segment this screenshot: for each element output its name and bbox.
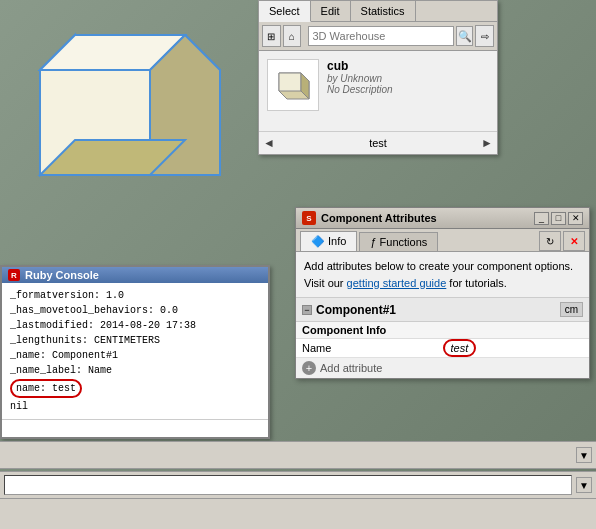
refresh-btn[interactable]: ↻ (539, 231, 561, 251)
attr-panel-title: Component Attributes (321, 212, 437, 224)
attr-cancel-btn[interactable]: ✕ (563, 231, 585, 251)
house-btn[interactable]: ⌂ (283, 25, 302, 47)
scroll-down-btn[interactable]: ▼ (576, 447, 592, 463)
ruby-line-2: _has_movetool_behaviors: 0.0 (10, 303, 260, 318)
attr-panel: S Component Attributes _ □ ✕ 🔷 Info ƒ Fu… (295, 207, 590, 379)
ruby-line-7: name: test (10, 378, 260, 399)
search-input[interactable] (308, 26, 454, 46)
tab-edit[interactable]: Edit (311, 1, 351, 21)
minimize-btn[interactable]: _ (534, 212, 549, 225)
nav-prev-btn[interactable]: ◄ (263, 136, 275, 150)
ruby-console-title: R Ruby Console (2, 267, 268, 283)
components-panel: Select Edit Statistics ⊞ ⌂ 🔍 ⇨ cub by Un… (258, 0, 498, 155)
download-btn[interactable]: ⇨ (475, 25, 494, 47)
attr-section-header: − Component#1 cm (296, 298, 589, 321)
ruby-console-content: _formatversion: 1.0 _has_movetool_behavi… (2, 283, 268, 419)
attr-subsection: Component Info (296, 322, 589, 339)
attr-section: − Component#1 cm (296, 298, 589, 322)
bottom-input-row: ▼ (0, 471, 596, 499)
ruby-icon: R (8, 269, 20, 281)
maximize-btn[interactable]: □ (551, 212, 566, 225)
nav-label: test (275, 137, 481, 149)
component-thumbnail (267, 59, 319, 111)
ruby-line-8: nil (10, 399, 260, 414)
ruby-console-label: Ruby Console (25, 269, 99, 281)
expand-icon[interactable]: − (302, 305, 312, 315)
component-desc: No Description (327, 84, 489, 95)
attr-description: Add attributes below to create your comp… (296, 252, 589, 298)
component-name: cub (327, 59, 489, 73)
attr-desc-suffix: for tutorials. (449, 277, 506, 289)
ruby-line-4: _lengthunits: CENTIMETERS (10, 333, 260, 348)
attr-tab-info-label: Info (328, 235, 346, 247)
info-icon: 🔷 (311, 235, 325, 247)
svg-marker-8 (279, 73, 301, 91)
attr-tab-info[interactable]: 🔷 Info (300, 231, 357, 251)
attr-name: Name (302, 342, 443, 354)
attr-add: + Add attribute (296, 358, 589, 378)
ruby-console: R Ruby Console _formatversion: 1.0 _has_… (0, 265, 270, 439)
attr-title-left: S Component Attributes (302, 211, 437, 225)
attr-tab-actions: ↻ ✕ (539, 231, 585, 251)
bottom-scroll-btn[interactable]: ▼ (576, 477, 592, 493)
section-unit: cm (560, 302, 583, 317)
attr-row: Name test (296, 339, 589, 358)
component-item[interactable]: cub by Unknown No Description (264, 56, 492, 114)
component-info: cub by Unknown No Description (327, 59, 489, 95)
ruby-line-6: _name_label: Name (10, 363, 260, 378)
component-by: by Unknown (327, 73, 489, 84)
func-icon: ƒ (370, 236, 376, 248)
ruby-input-area[interactable] (2, 419, 268, 437)
attr-title-bar: S Component Attributes _ □ ✕ (296, 208, 589, 229)
attr-tab-functions[interactable]: ƒ Functions (359, 232, 438, 251)
ruby-highlighted-line: name: test (10, 379, 82, 398)
cube-container (20, 20, 240, 205)
section-title: Component#1 (316, 303, 396, 317)
attr-tab-func-label: Functions (380, 236, 428, 248)
panel-nav: ◄ test ► (259, 131, 497, 154)
tab-statistics[interactable]: Statistics (351, 1, 416, 21)
add-label: Add attribute (320, 362, 382, 374)
search-button[interactable]: 🔍 (456, 26, 473, 46)
attr-window-controls: _ □ ✕ (534, 212, 583, 225)
close-btn[interactable]: ✕ (568, 212, 583, 225)
attr-value-highlighted: test (443, 339, 477, 357)
bottom-panel-1: ▼ (0, 441, 596, 469)
panel-toolbar: ⊞ ⌂ 🔍 ⇨ (259, 22, 497, 51)
cube-svg (20, 20, 240, 205)
add-icon[interactable]: + (302, 361, 316, 375)
grid-view-btn[interactable]: ⊞ (262, 25, 281, 47)
tab-select[interactable]: Select (259, 1, 311, 22)
ruby-input-field[interactable] (6, 424, 264, 435)
ruby-line-1: _formatversion: 1.0 (10, 288, 260, 303)
component-list: cub by Unknown No Description (259, 51, 497, 131)
panel-tabs: Select Edit Statistics (259, 1, 497, 22)
ruby-line-3: _lastmodified: 2014-08-20 17:38 (10, 318, 260, 333)
bottom-input[interactable] (4, 475, 572, 495)
attr-tabs: 🔷 Info ƒ Functions ↻ ✕ (296, 229, 589, 252)
getting-started-link[interactable]: getting started guide (347, 277, 447, 289)
ruby-line-5: _name: Component#1 (10, 348, 260, 363)
nav-next-btn[interactable]: ► (481, 136, 493, 150)
bottom-panel-2: ▼ (0, 471, 596, 529)
attr-title-icon: S (302, 211, 316, 225)
attr-value: test (443, 342, 584, 354)
